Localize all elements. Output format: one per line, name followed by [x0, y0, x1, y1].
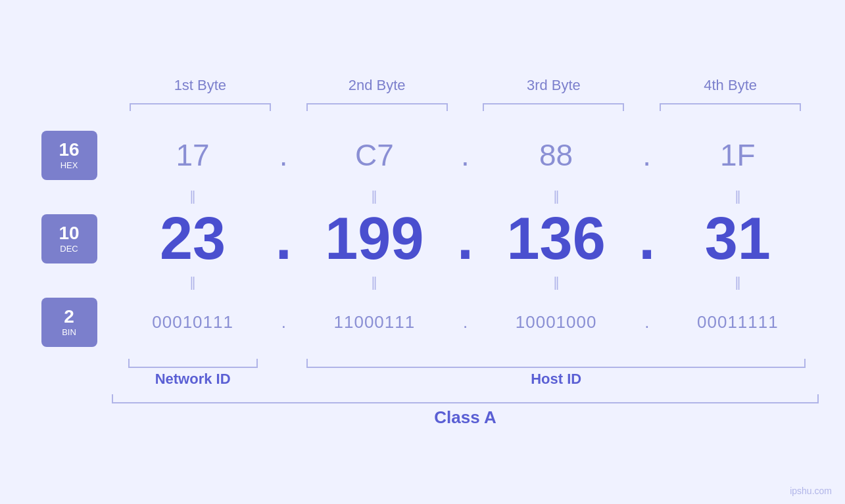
bracket-4	[642, 103, 819, 111]
dec-dot-2: .	[456, 205, 475, 273]
host-bracket-line	[306, 359, 806, 368]
hex-base-num: 16	[59, 141, 79, 159]
hex-dot-1: .	[274, 137, 293, 173]
class-label-row: Class A	[26, 407, 819, 428]
eq-2-2: ‖	[293, 275, 455, 288]
bin-val-1: 00010111	[112, 312, 274, 332]
network-host-labels-grid: Network ID Host ID	[26, 371, 819, 388]
bin-dot-1: .	[274, 312, 293, 332]
class-section: Class A	[26, 394, 819, 428]
bin-base-num: 2	[64, 308, 74, 326]
dec-val-3: 136	[475, 205, 637, 273]
dec-dot-3: .	[637, 205, 657, 273]
dec-dot-1: .	[274, 205, 293, 273]
rows-wrapper: 16 HEX 17 . C7 . 88 . 1F ‖ ‖ ‖ ‖	[26, 124, 819, 354]
dec-val-4: 31	[657, 205, 819, 273]
eq-1-3: ‖	[475, 189, 637, 202]
main-container: 1st Byte 2nd Byte 3rd Byte 4th Byte 16 H…	[0, 0, 845, 504]
bin-val-3: 10001000	[475, 312, 637, 332]
byte-headers: 1st Byte 2nd Byte 3rd Byte 4th Byte	[26, 77, 819, 98]
top-bracket-row	[26, 103, 819, 111]
bin-base-label: BIN	[62, 327, 76, 337]
dec-val-1: 23	[112, 205, 274, 273]
hex-val-1: 17	[112, 137, 274, 173]
dec-badge: 10 DEC	[41, 214, 97, 263]
class-a-label: Class A	[112, 407, 819, 428]
eq-2-4: ‖	[657, 275, 819, 288]
bin-badge: 2 BIN	[41, 298, 97, 347]
byte-header-1: 1st Byte	[112, 77, 289, 98]
bottom-brackets-section: Network ID Host ID	[26, 359, 819, 388]
eq-2-1: ‖	[112, 275, 274, 288]
dec-base-label: DEC	[60, 244, 78, 254]
hex-val-2: C7	[293, 137, 455, 173]
hex-val-3: 88	[475, 137, 637, 173]
watermark: ipshu.com	[790, 486, 832, 496]
class-bracket-line	[112, 394, 819, 403]
bin-val-4: 00011111	[657, 312, 819, 332]
bin-dot-3: .	[637, 312, 657, 332]
bin-dot-2: .	[456, 312, 475, 332]
equals-row-1: ‖ ‖ ‖ ‖	[26, 189, 819, 202]
hex-row: 16 HEX 17 . C7 . 88 . 1F	[26, 124, 819, 187]
byte-header-3: 3rd Byte	[466, 77, 642, 98]
bottom-bracket-grid	[26, 359, 819, 368]
host-id-label: Host ID	[293, 371, 819, 388]
bracket-1	[112, 103, 289, 111]
byte-header-4: 4th Byte	[642, 77, 819, 98]
bin-row: 2 BIN 00010111 . 11000111 . 10001000 . 0…	[26, 291, 819, 354]
hex-val-4: 1F	[657, 137, 819, 173]
equals-row-2: ‖ ‖ ‖ ‖	[26, 275, 819, 288]
bracket-3	[466, 103, 642, 111]
byte-header-2: 2nd Byte	[289, 77, 466, 98]
class-bracket-row	[26, 394, 819, 403]
bracket-2	[289, 103, 466, 111]
hex-base-label: HEX	[60, 160, 78, 170]
host-bracket-wrap	[293, 359, 819, 368]
hex-badge: 16 HEX	[41, 131, 97, 180]
network-bracket-wrap	[112, 359, 274, 368]
eq-2-3: ‖	[475, 275, 637, 288]
eq-1-2: ‖	[293, 189, 455, 202]
network-bracket-line	[128, 359, 258, 368]
hex-dot-2: .	[456, 137, 475, 173]
dec-base-num: 10	[59, 224, 79, 242]
dec-row: 10 DEC 23 . 199 . 136 . 31	[26, 205, 819, 273]
bin-val-2: 11000111	[293, 312, 455, 332]
eq-1-4: ‖	[657, 189, 819, 202]
network-id-label: Network ID	[112, 371, 274, 388]
dec-val-2: 199	[293, 205, 455, 273]
hex-dot-3: .	[637, 137, 657, 173]
eq-1-1: ‖	[112, 189, 274, 202]
